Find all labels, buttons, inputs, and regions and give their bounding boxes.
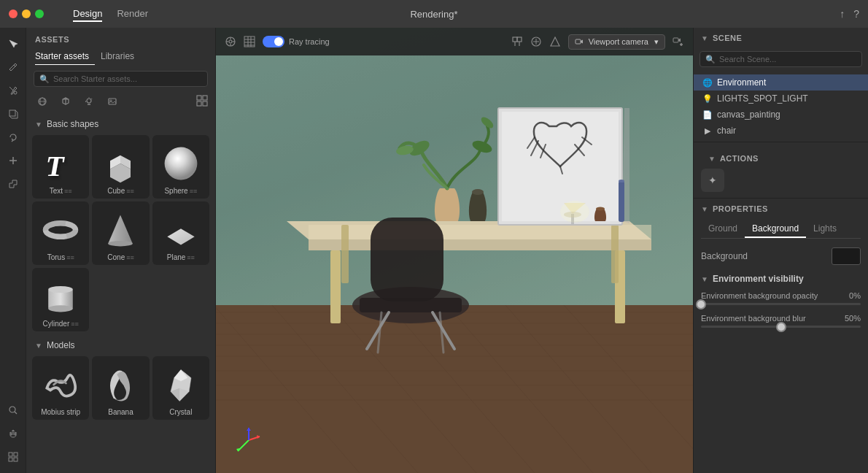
minimize-button[interactable] — [22, 9, 31, 18]
nav-render[interactable]: Render — [117, 7, 148, 22]
shape-cone[interactable]: Cone ≡≡ — [92, 201, 149, 265]
viewport-scene[interactable] — [216, 28, 693, 473]
viewport[interactable]: Ray tracing Viewport camera ▾ — [216, 28, 693, 473]
zoom-tool-button[interactable] — [3, 400, 23, 420]
svg-point-13 — [87, 99, 91, 103]
canvas-icon: 📄 — [702, 110, 713, 120]
env-vis-chevron: ▼ — [701, 275, 708, 283]
scene-item-chair[interactable]: ▶ chair — [694, 123, 868, 139]
scene-item-canvas-label: canvas_painting — [717, 109, 780, 120]
shape-sphere-options: ≡≡ — [190, 188, 198, 195]
actions-header[interactable]: ▼ ACTIONS — [701, 148, 861, 169]
viewport-stats-button[interactable] — [225, 36, 236, 47]
close-button[interactable] — [9, 9, 18, 18]
scene-search-icon: 🔍 — [705, 55, 716, 64]
shape-cylinder-options: ≡≡ — [71, 320, 79, 328]
scene-search-area: 🔍 — [700, 51, 862, 67]
viewport-camera-add-button[interactable] — [673, 36, 684, 47]
shape-cylinder[interactable]: Cylinder ≡≡ — [32, 268, 89, 331]
svg-point-28 — [109, 241, 133, 246]
tab-ground[interactable]: Ground — [701, 220, 745, 238]
help-button[interactable]: ? — [853, 8, 859, 20]
sidebar-bottom-icons — [3, 447, 23, 473]
rotate-tool-button[interactable] — [3, 127, 23, 147]
shape-torus[interactable]: Torus ≡≡ — [32, 201, 89, 265]
action-icon: ✦ — [708, 174, 717, 186]
paint-tool-button[interactable] — [3, 80, 23, 101]
titlebar-actions: ↑ ? — [840, 8, 859, 20]
viewport-snap-button[interactable] — [549, 36, 561, 47]
shape-plane[interactable]: Plane ≡≡ — [152, 201, 209, 265]
titlebar: Design Render Rendering* ↑ ? — [0, 0, 868, 28]
blur-slider-thumb[interactable] — [776, 322, 786, 332]
env-visibility-header[interactable]: ▼ Environment visibility — [701, 274, 861, 284]
maximize-button[interactable] — [35, 9, 44, 18]
camera-dropdown-icon: ▾ — [654, 37, 659, 47]
shape-text[interactable]: T Text ≡≡ — [32, 135, 89, 199]
svg-marker-51 — [551, 37, 559, 46]
shape-plane-preview — [159, 208, 203, 252]
models-chevron: ▼ — [35, 342, 42, 350]
tab-libraries[interactable]: Libraries — [101, 48, 140, 65]
viewport-transform-button[interactable] — [511, 36, 523, 47]
grid-view-toggle[interactable] — [196, 95, 208, 109]
shape-sphere[interactable]: Sphere ≡≡ — [152, 135, 209, 199]
filter-sphere-button[interactable] — [34, 93, 51, 110]
shape-cube-label-row: Cube ≡≡ — [107, 187, 133, 195]
filter-image-button[interactable] — [104, 93, 121, 110]
svg-rect-52 — [576, 39, 581, 44]
pan-tool-button[interactable] — [3, 423, 23, 444]
cursor-tool-button[interactable] — [3, 34, 23, 54]
model-crystal[interactable]: Crystal — [152, 356, 209, 420]
scene-item-light-label: LIGHTS_SPOT_LIGHT — [717, 93, 808, 104]
background-color-swatch[interactable] — [832, 247, 861, 265]
blur-slider-track[interactable] — [701, 326, 861, 328]
scene-item-environment[interactable]: 🌐 Environment — [694, 74, 868, 91]
share-button[interactable]: ↑ — [840, 8, 845, 20]
svg-line-100 — [238, 440, 249, 451]
filter-light-button[interactable] — [80, 93, 98, 110]
action-primary-button[interactable]: ✦ — [701, 169, 724, 192]
filter-cube-button[interactable] — [57, 93, 74, 110]
svg-rect-6 — [9, 453, 12, 456]
scene-search-input[interactable] — [700, 51, 862, 67]
assets-content: ▼ Basic shapes T Text ≡≡ — [26, 116, 215, 473]
viewport-origin-button[interactable] — [530, 36, 542, 47]
shape-cylinder-label: Cylinder — [43, 320, 70, 328]
svg-line-5 — [15, 412, 17, 414]
model-banana[interactable]: Banana — [92, 356, 149, 420]
brush-tool-button[interactable] — [3, 57, 23, 77]
assets-search-input[interactable] — [34, 71, 208, 87]
cube-tool-button[interactable] — [3, 104, 23, 124]
background-label: Background — [701, 251, 748, 261]
model-mobius[interactable]: Mobius strip — [32, 356, 89, 420]
tab-starter-assets[interactable]: Starter assets — [35, 48, 95, 65]
nav-design[interactable]: Design — [73, 7, 102, 22]
scene-item-chair-label: chair — [717, 126, 736, 136]
opacity-slider-thumb[interactable] — [696, 299, 706, 309]
properties-title: PROPERTIES — [713, 204, 768, 213]
shape-sphere-label-row: Sphere ≡≡ — [164, 187, 197, 195]
shape-cube[interactable]: Cube ≡≡ — [92, 135, 149, 199]
tab-lights[interactable]: Lights — [806, 220, 844, 238]
scene-item-light[interactable]: 💡 LIGHTS_SPOT_LIGHT — [694, 91, 868, 107]
opacity-slider-track[interactable] — [701, 303, 861, 305]
scene-item-canvas[interactable]: 📄 canvas_painting — [694, 107, 868, 123]
ray-tracing-switch[interactable] — [263, 36, 284, 47]
basic-shapes-section-header[interactable]: ▼ Basic shapes — [32, 116, 209, 135]
models-section-header[interactable]: ▼ Models — [32, 337, 209, 356]
shape-plane-label: Plane — [167, 253, 186, 261]
svg-rect-98 — [216, 28, 693, 473]
svg-rect-1 — [9, 110, 15, 116]
grid-settings-button[interactable] — [3, 447, 23, 467]
tab-background[interactable]: Background — [745, 220, 806, 238]
add-tool-button[interactable] — [3, 150, 23, 171]
shape-plane-label-row: Plane ≡≡ — [167, 253, 195, 261]
camera-selector[interactable]: Viewport camera ▾ — [568, 34, 665, 50]
scale-tool-button[interactable] — [3, 174, 23, 194]
ray-tracing-toggle[interactable]: Ray tracing — [263, 36, 330, 47]
shape-torus-preview — [39, 208, 82, 252]
scene-header[interactable]: ▼ SCENE — [694, 28, 868, 48]
model-mobius-label: Mobius strip — [41, 408, 80, 416]
viewport-grid-button[interactable] — [244, 36, 255, 47]
